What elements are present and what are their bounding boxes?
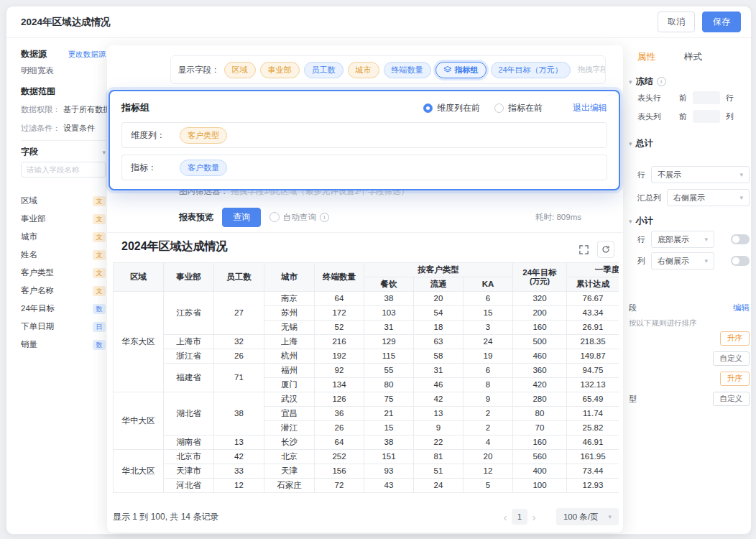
table-cell: 11.74 (567, 407, 619, 421)
divider (107, 232, 623, 233)
tab-properties[interactable]: 属性 (637, 51, 655, 63)
summary-col-select[interactable]: 右侧展示 ▾ (667, 189, 750, 206)
table-cell: 26.91 (567, 321, 619, 335)
table-cell: 252 (315, 450, 364, 464)
app-window: 2024年区域达成情况 取消 保存 数据源 更改数据源 明细宽表 数据范围 数据… (6, 6, 752, 535)
measure-field-pill[interactable]: 客户数量 (180, 160, 227, 176)
info-icon: i (657, 77, 666, 86)
radio-dimension-first[interactable]: 维度列在前 (423, 102, 480, 114)
next-page-icon[interactable]: › (527, 511, 540, 523)
sort-rule-description: 按以下规则进行排序 (629, 318, 750, 328)
display-field-pill[interactable]: 事业部 (260, 62, 300, 78)
field-item[interactable]: 城市文 (21, 228, 106, 246)
measures-row[interactable]: 指标： 客户数量 (121, 155, 607, 180)
table-cell: 400 (513, 464, 567, 479)
chevron-down-icon[interactable]: ▾ (102, 149, 106, 156)
freeze-cols-label: 表头列 (637, 111, 673, 122)
freeze-cols-input[interactable] (693, 110, 720, 123)
table-cell: 280 (513, 392, 567, 407)
dimension-columns-label: 维度列： (131, 129, 172, 142)
field-search-input[interactable] (21, 162, 106, 178)
field-type-tag: 文 (93, 196, 106, 206)
table-footer: 显示 1 到 100, 共 14 条记录 ‹ 1 › 100 条/页 ▾ (113, 507, 619, 527)
table-cell: 320 (513, 292, 567, 306)
chevron-down-icon[interactable]: ▾ (629, 218, 632, 225)
subtotal-col-select[interactable]: 右侧展示 ▾ (651, 252, 714, 270)
data-range-title: 数据范围 (21, 86, 55, 98)
display-field-pill[interactable]: 终端数量 (384, 62, 431, 78)
subtotal-row-select[interactable]: 底部展示 ▾ (651, 231, 714, 248)
display-field-pill[interactable]: 城市 (348, 62, 379, 78)
indicator-group-pill[interactable]: 指标组 (435, 62, 487, 78)
display-field-pill[interactable]: 24年目标（万元） (491, 62, 571, 78)
subtotal-row-toggle[interactable] (731, 234, 750, 244)
display-field-pill[interactable]: 区域 (224, 62, 256, 78)
expand-icon[interactable] (576, 241, 591, 257)
field-item[interactable]: 24年目标数 (21, 300, 106, 318)
datasource-name: 明细宽表 (21, 65, 54, 76)
dimension-columns-row[interactable]: 维度列： 客户类型 (121, 122, 607, 148)
dimension-field-pill[interactable]: 客户类型 (180, 127, 227, 144)
table-cell: 42 (414, 392, 464, 407)
table-cell: 46.91 (567, 436, 619, 450)
sort-custom-button[interactable]: 自定义 (713, 351, 750, 366)
sort-custom-button[interactable]: 自定义 (713, 392, 750, 406)
divider (21, 140, 106, 141)
pill-label: 城市 (356, 65, 372, 75)
filter-condition-value[interactable]: 设置条件 (63, 123, 95, 134)
sort-asc-button[interactable]: 升序 (720, 331, 750, 346)
fields-title: 字段 (21, 146, 38, 158)
radio-measure-first[interactable]: 指标在前 (494, 102, 543, 114)
prev-page-icon[interactable]: ‹ (499, 511, 512, 523)
chevron-down-icon[interactable]: ▾ (629, 140, 632, 147)
table-cell: 43.34 (567, 306, 619, 321)
chevron-down-icon[interactable]: ▾ (629, 78, 632, 86)
refresh-icon[interactable] (597, 241, 614, 258)
freeze-rows-input[interactable] (693, 91, 720, 104)
table-cell: 9 (414, 421, 464, 436)
table-cell: 福州 (264, 364, 315, 378)
table-cell: 156 (315, 464, 364, 479)
table-cell: 12 (464, 464, 513, 479)
sort-asc-button[interactable]: 升序 (720, 372, 750, 386)
total-row-select[interactable]: 不展示 ▾ (651, 166, 750, 183)
cancel-button[interactable]: 取消 (658, 11, 695, 32)
table-cell: 80 (364, 378, 414, 392)
field-item[interactable]: 事业部文 (21, 210, 106, 228)
subtotal-col-toggle[interactable] (731, 256, 750, 266)
table-cell: 厦门 (264, 378, 315, 392)
subtotal-col-label: 列 (637, 256, 645, 267)
table-cell: 63 (414, 335, 464, 349)
table-cell: 38 (364, 436, 414, 450)
table-cell: 8 (464, 378, 513, 392)
table-cell: 2 (464, 407, 513, 421)
exit-edit-link[interactable]: 退出编辑 (573, 102, 607, 114)
save-button[interactable]: 保存 (702, 11, 741, 32)
field-item[interactable]: 客户类型文 (21, 264, 106, 282)
auto-query-checkbox[interactable] (269, 212, 280, 222)
field-item[interactable]: 区域文 (21, 192, 106, 210)
table-row: 湖南省13长沙643822416046.91 (114, 436, 619, 450)
tab-style[interactable]: 样式 (684, 51, 702, 63)
pill-label: 24年目标（万元） (499, 65, 563, 75)
table-cell: 71 (214, 364, 264, 392)
data-permission-value[interactable]: 基于所有数据 (63, 104, 111, 115)
table-cell: 24 (464, 335, 513, 349)
page-size-value: 100 条/页 (563, 512, 599, 522)
display-field-pill[interactable]: 员工数 (304, 62, 344, 78)
report-table-container[interactable]: 区域 事业部 员工数 城市 终端数量 按客户类型 24年目标 (万元) 一季度 (113, 262, 619, 494)
table-cell: 31 (364, 321, 414, 335)
edit-sort-link[interactable]: 编辑 (733, 303, 750, 313)
table-cell: 上海 (264, 335, 315, 349)
current-page[interactable]: 1 (512, 509, 527, 525)
subtotal-row-value: 底部展示 (658, 234, 689, 245)
col-header: 城市 (264, 263, 315, 292)
table-cell: 160 (513, 436, 567, 450)
page-size-select[interactable]: 100 条/页 ▾ (556, 508, 619, 525)
change-datasource-link[interactable]: 更改数据源 (68, 50, 106, 60)
query-button[interactable]: 查询 (222, 208, 261, 227)
field-item[interactable]: 下单日期日 (21, 318, 106, 336)
field-item[interactable]: 销量数 (21, 336, 106, 354)
field-item[interactable]: 客户名称文 (21, 282, 106, 300)
field-item[interactable]: 姓名文 (21, 246, 106, 264)
